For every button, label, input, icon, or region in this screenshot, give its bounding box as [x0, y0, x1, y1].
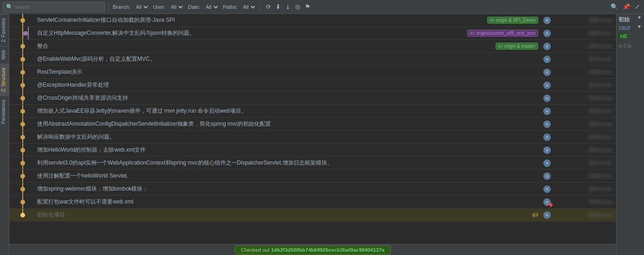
commit-message-16: 初始化项目 [34, 211, 438, 219]
author-col-5: s [540, 69, 554, 76]
side-tabs: 2: Favorites Web Z: Structure Persistenc… [0, 14, 9, 255]
table-row[interactable]: 利用servlet3.0的api实例一个WebApplicationContex… [9, 157, 616, 170]
graph-col-1 [11, 14, 34, 26]
graph-col-12 [11, 157, 34, 169]
table-row[interactable]: 配置打包war文件时可以不需要web.xml s 2019-xx-xx ➜ [9, 196, 616, 209]
commit-dot-3 [20, 44, 25, 49]
tag-badge: 🏷 origin/custom_utf8_and_json [467, 30, 538, 37]
table-row[interactable]: 初始化项目 🏷 s 2019-xx-xx [9, 209, 616, 222]
commit-dot-5 [20, 70, 25, 75]
table-row[interactable]: 增加spring-webmvc模块；增加lombok模块； s 2019-xx-… [9, 183, 616, 196]
commit-message-14: 增加spring-webmvc模块；增加lombok模块； [34, 185, 438, 193]
commit-message-15: 配置打包war文件时可以不需要web.xml [34, 198, 438, 206]
author-col-1: s [540, 17, 554, 24]
push-button[interactable]: ◎ [294, 2, 302, 11]
date-filter[interactable]: All [204, 4, 219, 10]
author-col-9: s [540, 121, 554, 128]
commit-dot-7 [20, 96, 25, 101]
collapse-button[interactable]: ▼ [636, 14, 643, 21]
commit-dot-8 [20, 109, 25, 114]
table-row[interactable]: 增加嵌入式JavaEE容器Jetty的maven插件，可通过 mvn jetty… [9, 105, 616, 118]
table-row[interactable]: ServletContainerInitializer接口自动加载的原理-Jav… [9, 14, 616, 27]
avatar-11: s [543, 147, 551, 154]
table-row[interactable]: 自定义HttpMessageConverter,解决中文乱码与json转换的问题… [9, 27, 616, 40]
refresh-button[interactable]: ⟳ [264, 2, 272, 11]
commit-dot-2 [23, 31, 28, 36]
table-row[interactable]: 使用AbstractAnnotationConfigDispatcherServ… [9, 118, 616, 131]
date-col-13: 2019-xx-xx [554, 173, 614, 178]
tag-button[interactable]: ⚑ [303, 2, 312, 11]
search-toggle-button[interactable]: 🔍 [609, 2, 619, 11]
expand-button[interactable]: ⤢ [633, 2, 641, 11]
commit-dot-1 [20, 18, 25, 23]
date-col-14: 2019-xx-xx [554, 186, 614, 191]
commit-dot-4 [20, 57, 25, 62]
graph-col-7 [11, 92, 34, 104]
search-icon: 🔍 [6, 4, 13, 10]
table-row[interactable]: RestTemplate演示 s 2019-xx-xx [9, 66, 616, 79]
table-row[interactable]: @ExceptionHandler异常处理 s 2019-xx-xx [9, 79, 616, 92]
commit-message-8: 增加嵌入式JavaEE容器Jetty的maven插件，可通过 mvn jetty… [34, 107, 438, 115]
right-panel-he: HE [618, 32, 629, 40]
author-col-12: s [540, 159, 554, 167]
avatar-1: s [543, 17, 551, 24]
avatar-10: s [543, 134, 551, 141]
search-input[interactable] [15, 4, 102, 10]
date-col-8: 2019-xx-xx [554, 108, 614, 114]
date-col-1: 2020-xx-xx [554, 18, 614, 23]
branch-filter-label: Branch: [113, 4, 130, 10]
web-tab[interactable]: Web [0, 46, 9, 63]
author-col-11: s [540, 147, 554, 154]
date-col-5: 2019-xx-xx [554, 70, 614, 75]
author-col-3: s [540, 43, 554, 50]
structure-tab[interactable]: Z: Structure [0, 64, 9, 96]
date-col-6: 2019-xx-xx [554, 83, 614, 88]
separator-1 [109, 3, 109, 11]
avatar-9: s [543, 121, 551, 128]
pull-button[interactable]: ⤓ [284, 2, 292, 11]
graph-col-4 [11, 53, 34, 65]
tag-badge: 🏷 origin & SPI_Demo [487, 17, 538, 24]
commit-dot-9 [20, 122, 25, 127]
author-col-2: s [540, 30, 554, 37]
paths-filter-label: Paths: [223, 4, 238, 10]
author-col-10: s [540, 134, 554, 141]
date-col-10: 2019-xx-xx [554, 134, 614, 140]
graph-col-8 [11, 105, 34, 117]
author-col-4: s [540, 56, 554, 63]
user-filter-label: User: [153, 4, 165, 10]
avatar-12: s [543, 159, 551, 167]
avatar-8: s [543, 108, 551, 115]
avatar-3: s [543, 43, 551, 50]
paths-filter[interactable]: All [241, 4, 257, 10]
branch-filter[interactable]: All [134, 4, 149, 10]
filter-group: Branch: All User: All Date: All Paths: A… [113, 4, 257, 10]
table-row[interactable]: @CrossOrigin跨域共享资源访问支持 s 2019-xx-xx [9, 92, 616, 105]
table-row[interactable]: 增加HelloWorld的控制器；去除web.xml文件 s 2019-xx-x… [9, 144, 616, 157]
user-filter[interactable]: All [169, 4, 184, 10]
table-row[interactable]: 使用注解配置一个helloWorld Servlet. s 2019-xx-xx [9, 170, 616, 183]
table-row[interactable]: @EnableWebMvc源码分析，自定义配置MVC。 s 2019-xx-xx [9, 53, 616, 66]
graph-col-13 [11, 170, 34, 182]
graph-col-15 [11, 196, 34, 208]
search-box[interactable]: 🔍 [3, 2, 105, 12]
commit-message-6: @ExceptionHandler异常处理 [34, 81, 438, 89]
right-panel-branches: In 6 br [618, 44, 631, 49]
graph-col-16 [11, 209, 34, 221]
table-row[interactable]: 整合 🏷 origin & master s 2019-xx-xx [9, 40, 616, 53]
fetch-button[interactable]: ⬇ [274, 2, 282, 11]
tags-col-1: 🏷 origin & SPI_Demo [438, 17, 540, 24]
toolbar: 🔍 Branch: All User: All Date: All Paths:… [0, 0, 644, 14]
commit-message-13: 使用注解配置一个helloWorld Servlet. [34, 172, 438, 180]
table-row[interactable]: 解决响应数据中文乱码的问题。 s 2019-xx-xx [9, 131, 616, 144]
pin-button[interactable]: 📌 [621, 2, 631, 11]
date-col-3: 2019-xx-xx [554, 44, 614, 49]
commit-table[interactable]: ServletContainerInitializer接口自动加载的原理-Jav… [9, 14, 616, 244]
right-panel-hash: 1db2f [618, 26, 630, 31]
commit-message-12: 利用servlet3.0的api实例一个WebApplicationContex… [34, 159, 438, 167]
graph-col-11 [11, 144, 34, 156]
date-col-12: 2019-xx-xx [554, 160, 614, 166]
persistence-tab[interactable]: Persistence [0, 96, 9, 128]
expand-panel-button[interactable]: ▼ [636, 23, 643, 30]
favorites-tab[interactable]: 2: Favorites [0, 14, 9, 46]
